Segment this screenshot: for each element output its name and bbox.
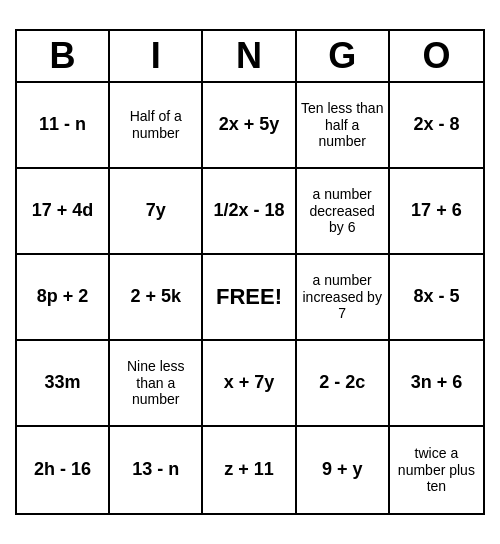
bingo-card: BINGO 11 - nHalf of a number2x + 5yTen l…: [15, 29, 485, 515]
header-letter-o: O: [390, 31, 483, 81]
header-letter-g: G: [297, 31, 390, 81]
bingo-cell-16: Nine less than a number: [110, 341, 203, 427]
bingo-cell-22: z + 11: [203, 427, 296, 513]
bingo-cell-5: 17 + 4d: [17, 169, 110, 255]
bingo-cell-7: 1/2x - 18: [203, 169, 296, 255]
bingo-cell-23: 9 + y: [297, 427, 390, 513]
header-letter-i: I: [110, 31, 203, 81]
bingo-cell-13: a number increased by 7: [297, 255, 390, 341]
bingo-cell-1: Half of a number: [110, 83, 203, 169]
bingo-cell-8: a number decreased by 6: [297, 169, 390, 255]
bingo-cell-14: 8x - 5: [390, 255, 483, 341]
bingo-cell-11: 2 + 5k: [110, 255, 203, 341]
bingo-cell-3: Ten less than half a number: [297, 83, 390, 169]
bingo-cell-6: 7y: [110, 169, 203, 255]
bingo-cell-21: 13 - n: [110, 427, 203, 513]
bingo-cell-17: x + 7y: [203, 341, 296, 427]
header-letter-b: B: [17, 31, 110, 81]
bingo-cell-19: 3n + 6: [390, 341, 483, 427]
bingo-cell-10: 8p + 2: [17, 255, 110, 341]
bingo-cell-15: 33m: [17, 341, 110, 427]
bingo-header: BINGO: [17, 31, 483, 83]
bingo-cell-12: FREE!: [203, 255, 296, 341]
bingo-cell-2: 2x + 5y: [203, 83, 296, 169]
bingo-cell-20: 2h - 16: [17, 427, 110, 513]
bingo-cell-4: 2x - 8: [390, 83, 483, 169]
bingo-cell-18: 2 - 2c: [297, 341, 390, 427]
bingo-grid: 11 - nHalf of a number2x + 5yTen less th…: [17, 83, 483, 513]
bingo-cell-0: 11 - n: [17, 83, 110, 169]
bingo-cell-9: 17 + 6: [390, 169, 483, 255]
header-letter-n: N: [203, 31, 296, 81]
bingo-cell-24: twice a number plus ten: [390, 427, 483, 513]
